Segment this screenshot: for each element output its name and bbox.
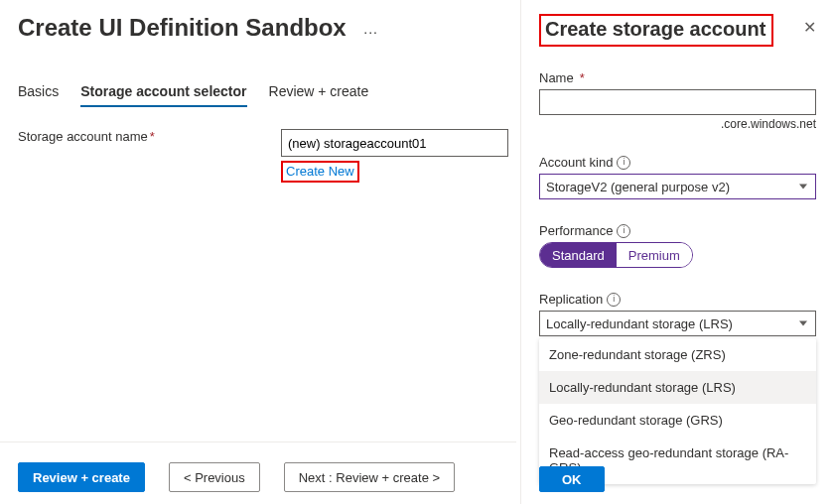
ok-button[interactable]: OK (539, 466, 605, 492)
storage-account-name-input[interactable] (281, 129, 508, 157)
footer-bar: Review + create < Previous Next : Review… (18, 462, 455, 492)
create-storage-account-panel: Create storage account ✕ Name* .core.win… (521, 0, 834, 504)
previous-button[interactable]: < Previous (169, 462, 260, 492)
replication-dropdown: Zone-redundant storage (ZRS) Locally-red… (539, 338, 816, 484)
footer-divider (0, 441, 516, 442)
replication-option-grs[interactable]: Geo-redundant storage (GRS) (539, 404, 816, 437)
panel-title: Create storage account (545, 18, 765, 40)
review-create-button[interactable]: Review + create (18, 462, 145, 492)
info-icon[interactable]: i (607, 293, 621, 307)
close-icon[interactable]: ✕ (803, 20, 816, 36)
chevron-down-icon (799, 185, 807, 189)
info-icon[interactable]: i (617, 224, 630, 238)
info-icon[interactable]: i (617, 156, 630, 170)
performance-standard[interactable]: Standard (540, 243, 617, 267)
more-actions-icon[interactable]: ··· (363, 24, 378, 40)
performance-label: Performance i (539, 223, 816, 238)
tab-storage-selector[interactable]: Storage account selector (80, 83, 246, 107)
next-button[interactable]: Next : Review + create > (284, 462, 455, 492)
name-input[interactable] (539, 89, 816, 115)
page-title: Create UI Definition Sandbox (18, 14, 347, 42)
replication-select[interactable]: Locally-redundant storage (LRS) (539, 311, 816, 336)
required-indicator: * (150, 129, 155, 144)
tab-bar: Basics Storage account selector Review +… (18, 83, 514, 107)
account-kind-label: Account kind i (539, 155, 816, 170)
account-kind-select[interactable]: StorageV2 (general purpose v2) (539, 174, 816, 199)
replication-option-zrs[interactable]: Zone-redundant storage (ZRS) (539, 338, 816, 371)
chevron-down-icon (799, 321, 807, 326)
name-label: Name* (539, 70, 816, 85)
replication-option-lrs[interactable]: Locally-redundant storage (LRS) (539, 371, 816, 404)
storage-account-name-label: Storage account name* (18, 129, 281, 144)
create-new-link[interactable]: Create New (286, 164, 354, 179)
replication-label: Replication i (539, 292, 816, 307)
name-suffix: .core.windows.net (539, 117, 816, 131)
performance-toggle: Standard Premium (539, 242, 693, 268)
tab-review-create[interactable]: Review + create (269, 83, 369, 107)
performance-premium[interactable]: Premium (617, 243, 692, 267)
tab-basics[interactable]: Basics (18, 83, 59, 107)
